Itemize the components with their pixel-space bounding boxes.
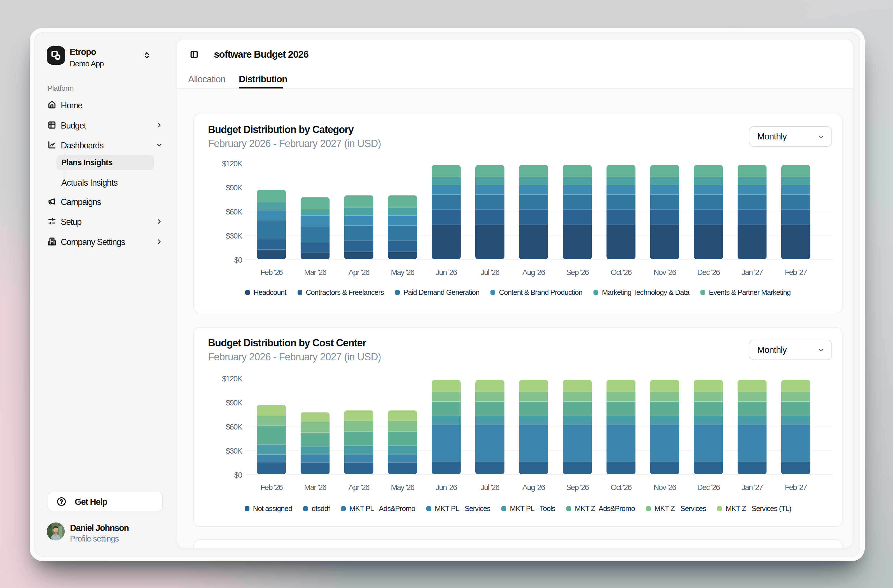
svg-text:Oct '26: Oct '26 [610,268,631,277]
svg-text:Nov '26: Nov '26 [653,268,676,277]
svg-text:Feb '27: Feb '27 [785,268,807,277]
svg-text:$30K: $30K [226,232,243,240]
svg-text:$120K: $120K [222,159,242,168]
svg-text:Jan '27: Jan '27 [741,268,763,277]
svg-text:May '26: May '26 [391,268,415,277]
svg-text:Feb '27: Feb '27 [785,483,807,492]
svg-text:Oct '26: Oct '26 [610,483,631,492]
svg-text:Dec '26: Dec '26 [697,268,720,277]
svg-text:Apr '26: Apr '26 [349,483,370,492]
svg-text:Feb '26: Feb '26 [260,483,283,492]
svg-text:$60K: $60K [226,423,243,431]
svg-text:$90K: $90K [226,183,243,192]
svg-text:Sep '26: Sep '26 [566,483,589,492]
svg-text:$120K: $120K [222,374,242,383]
svg-text:Jul '26: Jul '26 [481,268,499,277]
svg-text:Dec '26: Dec '26 [697,483,720,492]
svg-text:$30K: $30K [226,447,243,455]
svg-text:Jul '26: Jul '26 [481,483,499,492]
svg-text:Sep '26: Sep '26 [566,268,589,277]
svg-text:Aug '26: Aug '26 [522,483,545,492]
svg-text:Feb '26: Feb '26 [260,268,283,277]
svg-text:May '26: May '26 [391,483,415,492]
svg-text:Jun '26: Jun '26 [436,268,457,277]
svg-text:Jan '27: Jan '27 [741,483,763,492]
svg-text:$0: $0 [234,471,242,479]
svg-text:Aug '26: Aug '26 [522,268,545,277]
svg-text:Mar '26: Mar '26 [304,483,326,492]
svg-text:$60K: $60K [226,208,243,216]
svg-text:$0: $0 [234,256,242,264]
svg-text:Apr '26: Apr '26 [349,268,370,277]
svg-text:$90K: $90K [226,399,243,407]
svg-text:Mar '26: Mar '26 [304,268,326,277]
svg-text:Nov '26: Nov '26 [653,483,676,492]
svg-text:Jun '26: Jun '26 [436,483,457,492]
